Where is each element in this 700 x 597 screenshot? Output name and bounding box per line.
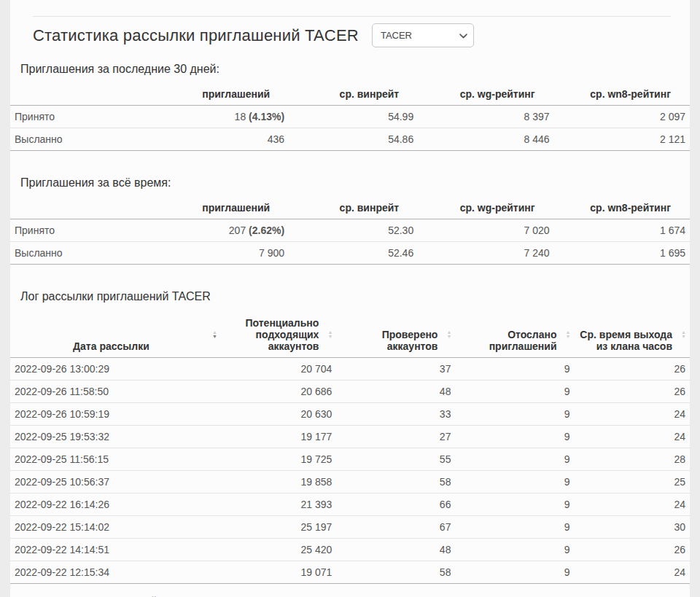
invitations-cell: 207 (2.62%) [180,219,289,242]
invitations-value: 18 [235,111,246,122]
table-header-row: Дата рассылки ▲▼ Потенциально подходящих… [10,312,690,358]
table-row: Принято 207 (2.62%) 52.30 7 020 1 674 [10,219,690,242]
log-potential: 20 630 [221,403,336,426]
sort-icon: ▲▼ [212,330,217,339]
table-row: 2022-09-26 13:00:29 20 704 37 9 26 [10,358,690,381]
col-label: Ср. время выхода из клана часов [580,329,672,352]
table-row: 2022-09-22 16:14:26 21 393 66 9 24 [10,493,690,516]
row-label: Принято [10,219,180,242]
log-date: 2022-09-26 11:58:50 [10,381,221,403]
col-winrate: ср. винрейт [289,197,418,219]
log-potential: 20 704 [221,358,336,381]
page-title: Статистика рассылки приглашений TACER [33,26,359,45]
page-header: Статистика рассылки приглашений TACER TA… [10,17,690,47]
wn8-rating-cell: 1 695 [554,242,690,265]
col-sort-avg-leave[interactable]: Ср. время выхода из клана часов ▲▼ [575,312,690,358]
log-potential: 19 858 [221,471,336,493]
table-row: 2022-09-26 11:58:50 20 686 48 9 26 [10,381,690,403]
winrate-cell: 54.86 [289,128,418,151]
log-avg-leave: 24 [575,403,690,426]
col-wg-rating: ср. wg-рейтинг [418,83,553,106]
col-wn8-rating: ср. wn8-рейтинг [554,197,690,219]
log-sent: 9 [455,516,574,539]
log-potential: 19 177 [221,426,336,448]
col-wg-rating: ср. wg-рейтинг [418,197,553,219]
col-wn8-rating: ср. wn8-рейтинг [554,83,690,106]
log-avg-leave: 25 [575,471,690,493]
table-row: 2022-09-25 10:56:37 19 858 58 9 25 [10,471,690,493]
wn8-rating-cell: 2 121 [554,128,690,151]
log-sent: 9 [455,358,574,381]
log-avg-leave: 24 [575,561,690,584]
col-invitations: приглашений [180,83,289,106]
table-row: 2022-09-25 11:56:15 19 725 55 9 28 [10,448,690,471]
log-checked: 58 [336,561,455,584]
log-checked: 67 [336,516,455,539]
log-sent: 9 [455,539,574,561]
log-checked: 48 [336,539,455,561]
table-header-row: приглашений ср. винрейт ср. wg-рейтинг с… [10,197,690,219]
table-row: 2022-09-22 15:14:02 25 197 67 9 30 [10,516,690,539]
col-sort-checked[interactable]: Проверено аккаунтов ▲▼ [336,312,455,358]
wg-rating-cell: 7 240 [418,242,553,265]
sort-icon: ▲▼ [447,330,452,339]
log-avg-leave: 26 [575,381,690,403]
log-checked: 48 [336,381,455,403]
sort-icon: ▲▼ [327,330,332,339]
sort-icon: ▲▼ [681,330,686,339]
row-label: Высланно [10,128,180,151]
col-sort-sent[interactable]: Отослано приглашений ▲▼ [455,312,574,358]
log-checked: 27 [336,426,455,448]
table-row: Принято 18 (4.13%) 54.99 8 397 2 097 [10,106,690,128]
content-panel: Статистика рассылки приглашений TACER TA… [10,0,690,597]
log-checked: 37 [336,358,455,381]
col-sort-date[interactable]: Дата рассылки ▲▼ [10,312,221,358]
log-potential: 19 071 [221,561,336,584]
log-date: 2022-09-26 10:59:19 [10,403,221,426]
log-sent: 9 [455,448,574,471]
log-sent: 9 [455,381,574,403]
log-date: 2022-09-22 14:14:51 [10,539,221,561]
top-divider [33,0,671,17]
invitations-cell: 7 900 [180,242,289,265]
log-avg-leave: 24 [575,426,690,448]
log-sent: 9 [455,403,574,426]
log-sent: 9 [455,493,574,516]
winrate-cell: 52.46 [289,242,418,265]
log-avg-leave: 28 [575,448,690,471]
table-row: 2022-09-25 19:53:32 19 177 27 9 24 [10,426,690,448]
pagination: << < > >> [566,593,685,597]
pagination-first-button[interactable]: << [566,593,599,597]
log-potential: 21 393 [221,493,336,516]
table-row: Высланно 436 54.86 8 446 2 121 [10,128,690,151]
col-invitations: приглашений [180,197,289,219]
invitations-pct: (2.62%) [249,225,284,236]
log-potential: 20 686 [221,381,336,403]
log-checked: 55 [336,448,455,471]
col-label: Дата рассылки [73,340,149,352]
log-table: Дата рассылки ▲▼ Потенциально подходящих… [10,312,690,584]
pagination-prev-button[interactable]: < [599,593,626,597]
table-row: 2022-09-26 10:59:19 20 630 33 9 24 [10,403,690,426]
col-label: Отослано приглашений [489,329,557,352]
log-date: 2022-09-22 12:15:34 [10,561,221,584]
table-footer: Записи с 1 до 10 из 584 записей << < > >… [10,584,690,597]
col-sort-potential[interactable]: Потенциально подходящих аккаунтов ▲▼ [221,312,336,358]
log-potential: 19 725 [221,448,336,471]
clan-select[interactable]: TACER [372,23,474,47]
section-heading-log: Лог рассылки приглашений TACER [20,290,690,303]
invitations-cell: 436 [180,128,289,151]
pagination-last-button[interactable]: >> [653,593,685,597]
col-label: Проверено аккаунтов [382,329,438,352]
col-winrate: ср. винрейт [289,83,418,106]
log-date: 2022-09-26 13:00:29 [10,358,221,381]
log-date: 2022-09-25 10:56:37 [10,471,221,493]
log-avg-leave: 26 [575,358,690,381]
table-header-row: приглашений ср. винрейт ср. wg-рейтинг с… [10,83,690,106]
row-label: Высланно [10,242,180,265]
wg-rating-cell: 8 446 [418,128,553,151]
invitations-value: 7 900 [259,247,284,259]
log-sent: 9 [455,426,574,448]
pagination-next-button[interactable]: > [626,593,653,597]
summary-table-alltime: приглашений ср. винрейт ср. wg-рейтинг с… [10,197,690,265]
